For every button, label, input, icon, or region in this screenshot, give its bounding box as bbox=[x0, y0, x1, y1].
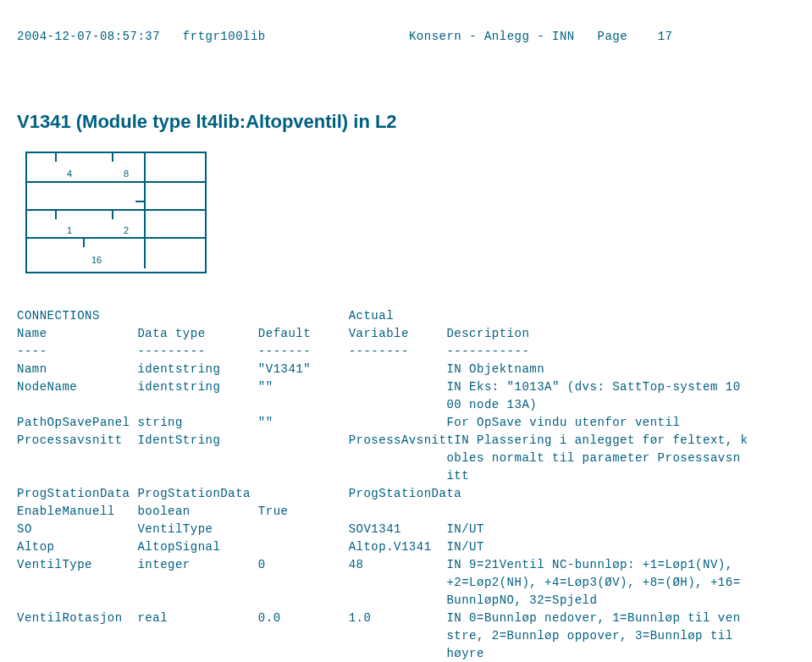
diagram-label-4: 4 bbox=[67, 169, 72, 179]
diagram-tick bbox=[83, 239, 85, 247]
connections-table: CONNECTIONS Actual Name Data type Defaul… bbox=[17, 307, 795, 662]
page-number: 17 bbox=[658, 30, 673, 43]
timestamp: 2004-12-07-08:57:37 bbox=[17, 30, 160, 43]
diagram-label-1: 1 bbox=[67, 226, 72, 235]
diagram-hline bbox=[27, 181, 205, 183]
diagram-tick bbox=[55, 211, 57, 219]
module-diagram: 4 8 1 2 16 bbox=[25, 152, 795, 273]
diagram-tick bbox=[55, 153, 57, 162]
diagram-label-8: 8 bbox=[124, 169, 129, 179]
diagram-label-2: 2 bbox=[124, 226, 129, 235]
diagram-tick bbox=[112, 211, 113, 219]
diagram-vline bbox=[144, 153, 146, 268]
diagram-mark bbox=[135, 201, 144, 202]
diagram-box: 4 8 1 2 16 bbox=[25, 152, 207, 273]
diagram-hline bbox=[27, 237, 205, 239]
diagram-hline bbox=[27, 209, 205, 211]
section-title: V1341 (Module type lt4lib:Altopventil) i… bbox=[17, 111, 795, 133]
diagram-tick bbox=[112, 153, 113, 162]
doc-title: Konsern - Anlegg - INN bbox=[409, 30, 575, 43]
page-label: Page bbox=[597, 30, 627, 43]
diagram-label-16: 16 bbox=[91, 256, 102, 265]
report-header: 2004-12-07-08:57:37 frtgr100lib Konsern … bbox=[17, 10, 795, 63]
library-name: frtgr100lib bbox=[183, 30, 266, 43]
page: 2004-12-07-08:57:37 frtgr100lib Konsern … bbox=[0, 0, 812, 662]
